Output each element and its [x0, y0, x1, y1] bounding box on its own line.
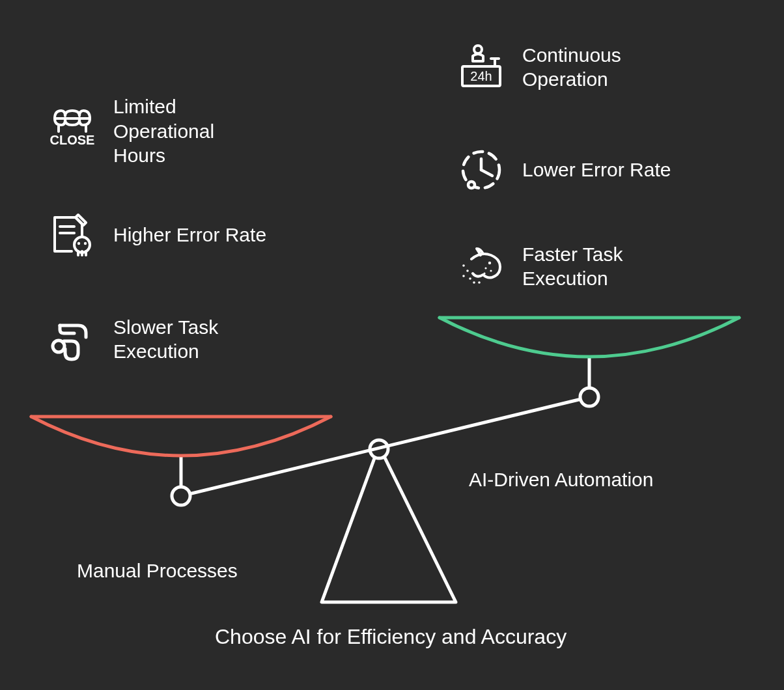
svg-point-16 [53, 340, 64, 352]
service-24h-icon: 24h [455, 40, 508, 94]
svg-point-31 [473, 281, 475, 284]
right-item-continuous: 24h ContinuousOperation [455, 40, 621, 94]
right-item-label: Lower Error Rate [522, 158, 671, 182]
svg-point-35 [483, 272, 485, 274]
svg-point-26 [488, 262, 491, 264]
left-item-limited-hours: CLOSE LimitedOperationalHours [46, 94, 214, 168]
slow-pipe-icon [46, 312, 99, 366]
svg-line-24 [481, 170, 492, 176]
svg-text:CLOSE: CLOSE [50, 133, 95, 147]
svg-point-14 [77, 242, 80, 245]
svg-point-25 [468, 182, 475, 188]
svg-text:24h: 24h [470, 69, 492, 83]
svg-point-34 [490, 269, 492, 271]
svg-point-28 [466, 269, 469, 272]
low-error-icon [455, 143, 508, 197]
svg-point-32 [478, 281, 481, 284]
fast-animal-icon [455, 240, 508, 293]
left-item-label: Higher Error Rate [113, 223, 266, 247]
left-item-label: LimitedOperationalHours [113, 94, 214, 168]
tagline: Choose AI for Efficiency and Accuracy [215, 625, 567, 649]
svg-point-3 [580, 388, 598, 406]
svg-point-15 [84, 242, 87, 245]
left-item-higher-error: Higher Error Rate [46, 208, 266, 262]
svg-point-27 [462, 264, 465, 267]
right-side-label: AI-Driven Automation [469, 469, 653, 491]
close-shop-icon: CLOSE [46, 104, 99, 158]
error-note-icon [46, 208, 99, 262]
right-item-label: Faster TaskExecution [522, 242, 623, 291]
svg-point-30 [469, 277, 471, 280]
svg-point-2 [172, 487, 190, 505]
right-item-lower-error: Lower Error Rate [455, 143, 671, 197]
left-side-label: Manual Processes [77, 560, 238, 582]
svg-point-17 [474, 46, 482, 53]
left-item-slower-task: Slower TaskExecution [46, 312, 218, 366]
svg-point-29 [462, 275, 465, 277]
comparison-scale-diagram: CLOSE LimitedOperationalHours [0, 0, 784, 690]
svg-point-33 [484, 267, 486, 269]
right-item-faster-task: Faster TaskExecution [455, 240, 623, 293]
right-item-label: ContinuousOperation [522, 43, 621, 92]
left-item-label: Slower TaskExecution [113, 315, 218, 364]
